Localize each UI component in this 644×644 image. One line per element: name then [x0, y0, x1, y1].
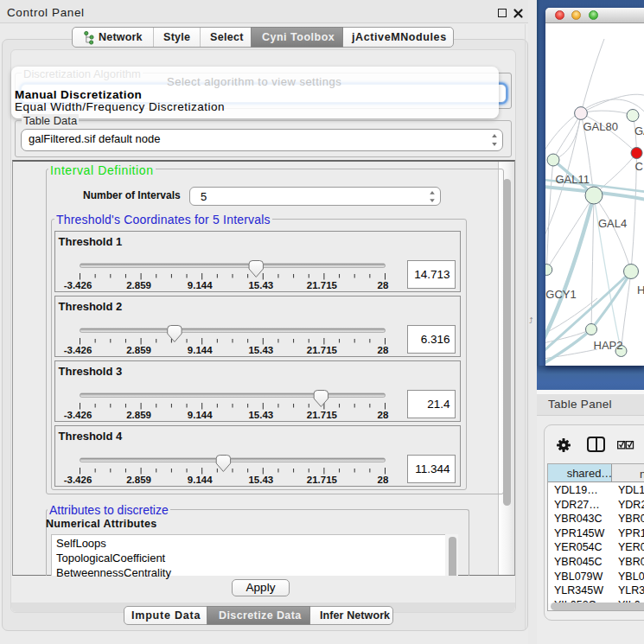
svg-text:GAL80: GAL80: [583, 120, 618, 133]
svg-text:GA: GA: [634, 124, 644, 137]
svg-text:GAL4: GAL4: [598, 217, 627, 230]
svg-text:C: C: [635, 160, 643, 173]
svg-text:GCY1: GCY1: [545, 288, 576, 301]
svg-text:HAP2: HAP2: [594, 339, 623, 352]
svg-text:H: H: [637, 284, 644, 296]
svg-text:GAL11: GAL11: [556, 173, 590, 186]
